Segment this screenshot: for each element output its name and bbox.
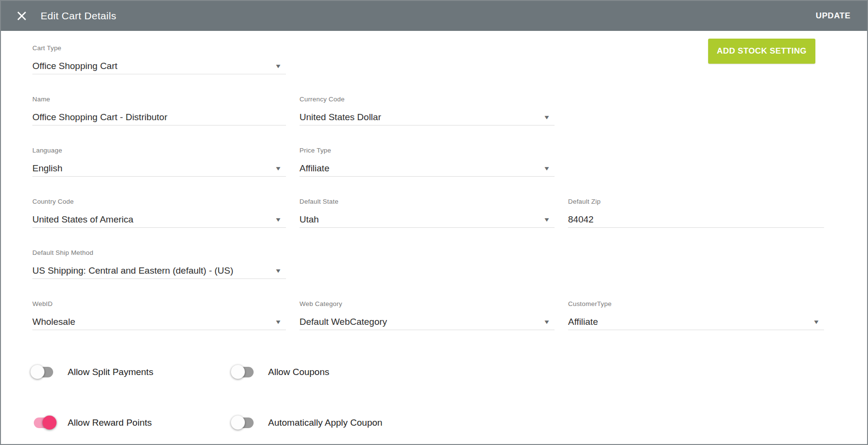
allow-split-payments-switch[interactable] (32, 366, 55, 378)
country-code-select[interactable]: United States of America ▼ (32, 211, 286, 228)
dropdown-arrow-icon: ▼ (275, 217, 282, 222)
field-country-code: Country Code United States of America ▼ (32, 187, 286, 238)
row1-spacer (299, 34, 555, 85)
auto-apply-coupon-switch[interactable] (233, 417, 255, 429)
allow-reward-points-label: Allow Reward Points (68, 417, 152, 428)
default-state-label: Default State (299, 198, 555, 205)
field-currency-code: Currency Code United States Dollar ▼ (299, 85, 555, 136)
field-default-state: Default State Utah ▼ (299, 187, 555, 238)
field-web-id: WebID Wholesale ▼ (32, 290, 286, 341)
currency-code-value: United States Dollar (299, 112, 540, 123)
currency-code-select[interactable]: United States Dollar ▼ (299, 109, 555, 125)
allow-split-payments-label: Allow Split Payments (68, 367, 153, 377)
language-label: Language (32, 147, 286, 154)
row1-button-cell: ADD STOCK SETTING (568, 34, 824, 85)
switch-thumb (43, 416, 57, 430)
field-name: Name (32, 85, 286, 136)
dropdown-arrow-icon: ▼ (813, 319, 820, 325)
price-type-select[interactable]: Affiliate ▼ (299, 160, 555, 177)
auto-apply-coupon-label: Automatically Apply Coupon (268, 417, 383, 428)
toggle-allow-split-payments[interactable]: Allow Split Payments (32, 366, 233, 378)
name-input[interactable] (32, 109, 286, 125)
toggle-row-1: Allow Split Payments Allow Coupons (32, 360, 828, 384)
allow-coupons-label: Allow Coupons (268, 367, 329, 377)
dialog-header-left: Edit Cart Details (15, 10, 814, 22)
default-state-value: Utah (299, 214, 540, 225)
language-select[interactable]: English ▼ (32, 160, 286, 177)
add-stock-setting-button[interactable]: ADD STOCK SETTING (708, 39, 815, 64)
cart-type-select[interactable]: Office Shopping Cart ▼ (32, 58, 286, 74)
switch-thumb (231, 416, 245, 430)
web-category-value: Default WebCategory (299, 317, 540, 327)
field-cart-type: Cart Type Office Shopping Cart ▼ (32, 34, 286, 85)
field-default-zip: Default Zip (568, 187, 824, 238)
customer-type-select[interactable]: Affiliate ▼ (568, 314, 824, 330)
edit-cart-form: Cart Type Office Shopping Cart ▼ ADD STO… (1, 31, 867, 435)
price-type-label: Price Type (299, 147, 555, 154)
default-zip-label: Default Zip (568, 198, 824, 205)
toggle-allow-coupons[interactable]: Allow Coupons (233, 366, 329, 378)
field-web-category: Web Category Default WebCategory ▼ (299, 290, 555, 341)
dropdown-arrow-icon: ▼ (543, 166, 551, 171)
toggle-allow-reward-points[interactable]: Allow Reward Points (32, 417, 233, 429)
dropdown-arrow-icon: ▼ (275, 268, 282, 274)
default-ship-method-select[interactable]: US Shipping: Central and Eastern (defaul… (32, 263, 286, 279)
toggle-row-2: Allow Reward Points Automatically Apply … (32, 411, 828, 435)
dialog-title: Edit Cart Details (41, 10, 116, 22)
switch-thumb (231, 365, 245, 379)
country-code-label: Country Code (32, 198, 286, 205)
update-button[interactable]: UPDATE (814, 6, 853, 26)
default-zip-control (568, 211, 824, 228)
dropdown-arrow-icon: ▼ (275, 63, 282, 69)
cart-type-value: Office Shopping Cart (32, 61, 271, 71)
web-id-value: Wholesale (32, 317, 271, 327)
switch-thumb (30, 365, 44, 379)
web-category-label: Web Category (299, 300, 555, 307)
default-ship-method-value: US Shipping: Central and Eastern (defaul… (32, 265, 271, 276)
web-id-select[interactable]: Wholesale ▼ (32, 314, 286, 330)
dropdown-arrow-icon: ▼ (543, 217, 551, 222)
dialog-header: Edit Cart Details UPDATE (1, 1, 867, 31)
field-default-ship-method: Default Ship Method US Shipping: Central… (32, 238, 286, 290)
field-customer-type: CustomerType Affiliate ▼ (568, 290, 824, 341)
customer-type-label: CustomerType (568, 300, 824, 307)
edit-cart-details-dialog: Edit Cart Details UPDATE Cart Type Offic… (0, 0, 868, 445)
default-state-select[interactable]: Utah ▼ (299, 211, 555, 228)
dropdown-arrow-icon: ▼ (543, 114, 551, 120)
name-label: Name (32, 96, 286, 103)
country-code-value: United States of America (32, 214, 271, 225)
close-icon[interactable] (15, 10, 28, 22)
language-value: English (32, 163, 271, 174)
allow-reward-points-switch[interactable] (32, 417, 55, 429)
toggle-auto-apply-coupon[interactable]: Automatically Apply Coupon (233, 417, 383, 429)
cart-type-label: Cart Type (32, 44, 286, 52)
customer-type-value: Affiliate (568, 317, 810, 327)
price-type-value: Affiliate (299, 163, 540, 174)
dropdown-arrow-icon: ▼ (275, 166, 282, 171)
allow-coupons-switch[interactable] (233, 366, 255, 378)
name-control (32, 109, 286, 125)
web-category-select[interactable]: Default WebCategory ▼ (299, 314, 555, 330)
field-language: Language English ▼ (32, 136, 286, 187)
currency-code-label: Currency Code (299, 96, 555, 103)
field-price-type: Price Type Affiliate ▼ (299, 136, 555, 187)
dropdown-arrow-icon: ▼ (275, 319, 282, 325)
form-grid: Cart Type Office Shopping Cart ▼ ADD STO… (32, 34, 828, 341)
web-id-label: WebID (32, 300, 286, 307)
dropdown-arrow-icon: ▼ (543, 319, 551, 325)
default-ship-method-label: Default Ship Method (32, 249, 286, 256)
default-zip-input[interactable] (568, 211, 824, 227)
